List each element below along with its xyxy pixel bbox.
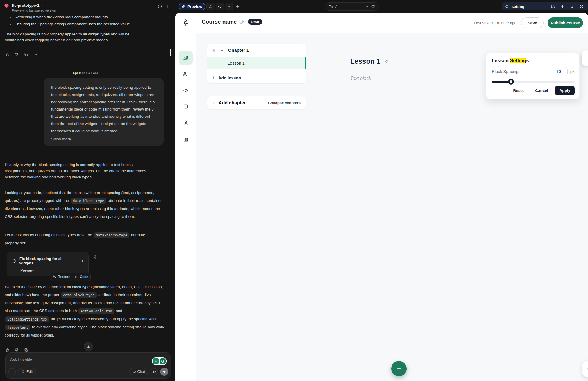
- show-more-link[interactable]: Show more: [51, 137, 156, 141]
- add-chapter-button[interactable]: Add chapter: [212, 100, 268, 106]
- megaphone-icon: [183, 87, 189, 94]
- bag-icon: [183, 104, 189, 110]
- person-icon: [183, 120, 189, 126]
- add-tab-icon[interactable]: [235, 4, 240, 9]
- collapse-chapters-button[interactable]: Collapse chapters: [268, 101, 301, 105]
- thumbs-up-icon[interactable]: [5, 348, 10, 352]
- find-next-icon[interactable]: [569, 4, 576, 9]
- restore-button[interactable]: Restore: [52, 275, 70, 279]
- slider-thumb[interactable]: [508, 79, 514, 85]
- sidebar-item-profile[interactable]: [179, 116, 193, 130]
- more-icon[interactable]: [33, 348, 37, 352]
- assistant-paragraph: Let me fix this by ensuring all block ty…: [5, 231, 157, 247]
- circles-cluster-icon: [183, 71, 189, 77]
- project-menu[interactable]: flc-prototype-1 Previewing last saved ve…: [4, 3, 56, 13]
- add-lesson-button[interactable]: Add lesson: [207, 72, 306, 83]
- find-previous-icon[interactable]: [559, 4, 566, 9]
- course-name: Course name: [202, 19, 237, 25]
- drag-handle-icon[interactable]: [212, 49, 216, 52]
- chat-mode-button[interactable]: Chat: [129, 368, 148, 375]
- arrow-down-icon: [86, 345, 91, 349]
- search-input[interactable]: [512, 4, 548, 9]
- edit-mode-button[interactable]: Edit: [18, 368, 36, 375]
- sidebar-item-community[interactable]: [179, 67, 193, 81]
- panel-icon[interactable]: [167, 4, 172, 9]
- lesson-page-title: Lesson 1: [350, 57, 389, 65]
- url-bar[interactable]: /: [325, 2, 379, 11]
- thumbs-up-icon[interactable]: [5, 52, 10, 57]
- version-card-title: Fix block spacing for all widgets: [19, 257, 78, 265]
- code-button[interactable]: Code: [74, 275, 88, 279]
- reset-button[interactable]: Reset: [509, 86, 528, 95]
- preview-eye-button[interactable]: [582, 361, 588, 377]
- history-icon[interactable]: [157, 4, 162, 9]
- list-item: Retrieving it when the ActionTools compo…: [5, 14, 162, 21]
- refresh-icon[interactable]: [371, 5, 375, 8]
- sidebar-item-store[interactable]: [179, 99, 193, 113]
- list-item: Ensuring the SpacingSettings component u…: [5, 21, 162, 28]
- plus-icon: [212, 101, 216, 105]
- plus-icon: [396, 366, 402, 372]
- add-chapter-bar: Add chapter Collapse chapters: [207, 96, 306, 109]
- find-bar: 1/3: [502, 2, 588, 10]
- scrollbar-thumb[interactable]: [170, 49, 171, 56]
- preview-button[interactable]: Preview: [179, 3, 205, 10]
- cloud-button[interactable]: [206, 3, 215, 10]
- globe-icon: [12, 259, 17, 263]
- edit-pencil-icon[interactable]: [240, 19, 245, 24]
- open-external-icon[interactable]: [365, 5, 369, 8]
- cancel-button[interactable]: Cancel: [531, 86, 552, 95]
- edit-pencil-icon[interactable]: [384, 59, 389, 64]
- analytics-icon: [227, 4, 231, 9]
- url-path[interactable]: /: [335, 4, 362, 9]
- chat-input[interactable]: [10, 357, 121, 362]
- grammarly-widget[interactable]: G: [152, 357, 167, 365]
- search-result-count: 1/3: [551, 4, 555, 8]
- text-block-placeholder[interactable]: Text block: [350, 76, 371, 81]
- drag-handle-icon[interactable]: [220, 61, 224, 65]
- chat-composer: G Edit Chat: [5, 352, 171, 379]
- send-button[interactable]: [160, 368, 168, 376]
- block-spacing-input[interactable]: [550, 67, 568, 76]
- version-card-toolbar: Restore Code: [50, 273, 91, 281]
- user-message-text: the block spacing setting is only correc…: [51, 84, 156, 135]
- chapter-header[interactable]: Chapter 1: [207, 44, 306, 57]
- assistant-paragraph: I'll analyze why the block spacing setti…: [5, 162, 151, 180]
- add-block-fab[interactable]: [391, 361, 407, 376]
- select-icon: [21, 370, 25, 374]
- thumbs-down-icon[interactable]: [15, 52, 19, 57]
- close-icon[interactable]: [578, 4, 585, 8]
- chat-panel: Retrieving it when the ActionTools compo…: [0, 13, 172, 381]
- apply-button[interactable]: Apply: [555, 86, 575, 95]
- analytics-button[interactable]: [225, 3, 233, 10]
- save-button[interactable]: Save: [521, 17, 544, 28]
- lesson-title: Lesson 1: [228, 61, 245, 65]
- code-button[interactable]: [216, 3, 224, 10]
- copy-icon[interactable]: [24, 52, 28, 57]
- arrow-up-icon: [162, 370, 167, 374]
- attach-button[interactable]: [8, 368, 16, 375]
- sidebar-item-analytics[interactable]: [179, 132, 193, 146]
- lesson-list-item[interactable]: Lesson 1: [207, 57, 306, 69]
- course-content-area: Chapter 1 Lesson 1 Add lesson Add chapte…: [196, 33, 588, 381]
- bookmark-icon[interactable]: [92, 254, 97, 259]
- voice-input-button[interactable]: [151, 368, 158, 375]
- chevron-up-icon[interactable]: [220, 48, 224, 52]
- sidebar-item-announcements[interactable]: [179, 83, 193, 97]
- copy-icon[interactable]: [24, 348, 28, 352]
- publish-course-button[interactable]: Publish course: [548, 17, 583, 28]
- message-timestamp: Apr 8 at 1:41 AM: [50, 71, 120, 75]
- assistant-paragraph: The block spacing is now properly applie…: [5, 31, 139, 43]
- sidebar-item-content[interactable]: [179, 51, 193, 65]
- more-icon[interactable]: [33, 52, 37, 57]
- course-header: Course name Draft Last saved 1 minute ag…: [196, 13, 588, 33]
- screen: flc-prototype-1 Previewing last saved ve…: [0, 0, 588, 381]
- plus-icon: [212, 76, 216, 80]
- scroll-to-bottom-button[interactable]: [84, 342, 93, 351]
- thumbs-down-icon[interactable]: [15, 348, 19, 352]
- undo-icon: [52, 275, 56, 279]
- block-spacing-slider[interactable]: [492, 81, 575, 83]
- rocket-icon[interactable]: [175, 13, 196, 32]
- waveform-icon: [152, 370, 156, 374]
- settings-toggle-button[interactable]: [582, 50, 588, 66]
